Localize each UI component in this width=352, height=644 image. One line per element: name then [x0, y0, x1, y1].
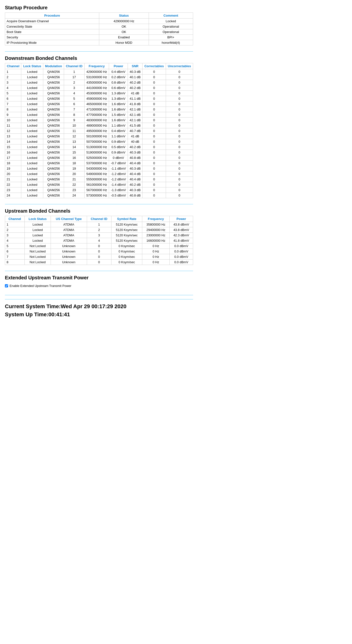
table-row: 16LockedQAM25615519000000 Hz0.9 dBmV40.3… — [5, 150, 193, 155]
table-row: 24LockedQAM25624573000000 Hz-0.5 dBmV40.… — [5, 193, 193, 198]
table-row: 15LockedQAM25614513000000 Hz0.5 dBmV40.2… — [5, 144, 193, 150]
table-row: IP Provisioning ModeHonor MDDhonorMdd(4) — [5, 40, 193, 46]
table-row: 6LockedQAM2565459000000 Hz1.3 dBmV41.1 d… — [5, 96, 193, 102]
table-row: 12LockedQAM25611495000000 Hz0.4 dBmV40.7… — [5, 128, 193, 134]
table-row: 21LockedQAM25621555000000 Hz-1.2 dBmV40.… — [5, 177, 193, 182]
table-row: 14LockedQAM25613507000000 Hz0.9 dBmV40 d… — [5, 139, 193, 144]
downstream-table: ChannelLock StatusModulationChannel IDFr… — [5, 63, 193, 198]
table-row: 22LockedQAM25622561000000 Hz-1.4 dBmV40.… — [5, 182, 193, 188]
startup-col-status: Status — [99, 13, 148, 18]
upstream-title: Upstream Bonded Channels — [5, 208, 193, 214]
table-row: 18LockedQAM25618537000000 Hz-0.7 dBmV40.… — [5, 160, 193, 166]
system-time-section: Current System Time:Wed Apr 29 00:17:29 … — [5, 299, 193, 318]
table-row: 1LockedQAM2561429000000 Hz0.4 dBmV40.3 d… — [5, 69, 193, 74]
table-row: 17LockedQAM25616525000000 Hz0 dBmV40.8 d… — [5, 155, 193, 160]
current-system-time: Current System Time:Wed Apr 29 00:17:29 … — [5, 302, 193, 310]
table-row: 19LockedQAM25619543000000 Hz-1.1 dBmV40.… — [5, 166, 193, 171]
startup-section: Startup Procedure Procedure Status Comme… — [5, 5, 193, 46]
table-row: 9LockedQAM2568477000000 Hz1.5 dBmV42.1 d… — [5, 112, 193, 118]
table-row: 5LockedQAM2564453000000 Hz1.3 dBmV41 dB0… — [5, 91, 193, 96]
table-row: 8Not LockedUnknown00 Ksym/sec0 Hz0.0 dBm… — [5, 260, 193, 265]
startup-col-comment: Comment — [148, 13, 193, 18]
startup-table: Procedure Status Comment Acquire Downstr… — [5, 12, 193, 46]
table-row: Connectivity StateOKOperational — [5, 24, 193, 29]
table-row: 1LockedATDMA15120 Ksym/sec35800000 Hz43.… — [5, 222, 193, 227]
table-row: 7LockedQAM2566465000000 Hz1.6 dBmV41.8 d… — [5, 102, 193, 107]
table-row: 4LockedQAM2563441000000 Hz0.6 dBmV40.2 d… — [5, 85, 193, 91]
table-row: 6Not LockedUnknown00 Ksym/sec0 Hz0.0 dBm… — [5, 249, 193, 254]
upstream-section: Upstream Bonded Channels ChannelLock Sta… — [5, 208, 193, 265]
table-row: 5Not LockedUnknown00 Ksym/sec0 Hz0.0 dBm… — [5, 244, 193, 249]
startup-col-procedure: Procedure — [5, 13, 99, 18]
downstream-title: Downstream Bonded Channels — [5, 56, 193, 61]
table-row: 7Not LockedUnknown00 Ksym/sec0 Hz0.0 dBm… — [5, 254, 193, 260]
extended-upstream-title: Extended Upstream Transmit Power — [5, 275, 193, 280]
table-row: 8LockedQAM2567471000000 Hz1.6 dBmV42.1 d… — [5, 107, 193, 112]
upstream-table: ChannelLock StatusUS Channel TypeChannel… — [5, 216, 193, 265]
extended-upstream-label: Enable Extended Upstream Transmit Power — [10, 284, 72, 288]
extended-upstream-checkbox[interactable] — [5, 284, 8, 288]
table-row: 23LockedQAM25623567000000 Hz-1.3 dBmV40.… — [5, 188, 193, 193]
table-row: 4LockedATDMA45120 Ksym/sec16600000 Hz41.… — [5, 238, 193, 244]
table-row: 10LockedQAM2569483000000 Hz1.6 dBmV42.1 … — [5, 118, 193, 123]
startup-title: Startup Procedure — [5, 5, 193, 10]
downstream-section: Downstream Bonded Channels ChannelLock S… — [5, 56, 193, 198]
table-row: 2LockedATDMA25120 Ksym/sec29400000 Hz43.… — [5, 227, 193, 233]
table-row: Boot StateOKOperational — [5, 29, 193, 35]
extended-upstream-section: Extended Upstream Transmit Power Enable … — [5, 275, 193, 289]
table-row: 11LockedQAM25610489000000 Hz1.1 dBmV41.5… — [5, 123, 193, 128]
table-row: SecurityEnabledBPI+ — [5, 35, 193, 40]
table-row: Acquire Downstream Channel429000000 HzLo… — [5, 18, 193, 24]
table-row: 2LockedQAM25617531000000 Hz0.2 dBmV40.1 … — [5, 74, 193, 80]
table-row: 20LockedQAM25620549000000 Hz-1.2 dBmV40.… — [5, 171, 193, 177]
table-row: 3LockedATDMA35120 Ksym/sec23000000 Hz42.… — [5, 233, 193, 238]
system-uptime: System Up Time:00:41:41 — [5, 310, 193, 318]
table-row: 3LockedQAM2562435000000 Hz0.8 dBmV40.2 d… — [5, 80, 193, 85]
table-row: 13LockedQAM25612501000000 Hz1.1 dBmV41 d… — [5, 134, 193, 139]
